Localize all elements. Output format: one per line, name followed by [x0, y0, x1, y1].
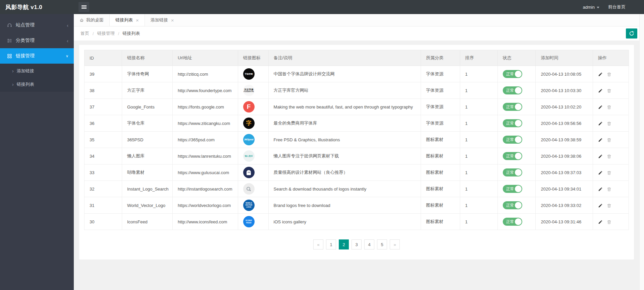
cell-name: IconsFeed: [122, 214, 172, 230]
breadcrumb-item[interactable]: 首页: [80, 30, 89, 37]
status-toggle[interactable]: 正常: [503, 119, 522, 127]
cell-note: Search & download thousands of logos ins…: [268, 181, 421, 197]
toggle-knob: [515, 87, 522, 94]
edit-button[interactable]: [598, 170, 603, 175]
toggle-knob: [515, 153, 522, 159]
status-toggle[interactable]: 正常: [503, 201, 522, 209]
edit-button[interactable]: [598, 138, 603, 142]
delete-button[interactable]: [607, 220, 611, 224]
delete-button[interactable]: [607, 170, 611, 175]
toggle-knob: [515, 120, 522, 127]
table-header-row: ID链接名称Url地址链接图标备注/说明所属分类排序状态添加时间操作: [85, 50, 629, 66]
cell-category: 图标素材: [421, 197, 460, 214]
sidebar-subitem[interactable]: ›链接列表: [0, 78, 74, 91]
delete-button[interactable]: [607, 187, 611, 192]
tab-bar: 我的桌面链接列表×添加链接×: [74, 14, 644, 26]
cell-name: Google_Fonts: [122, 99, 172, 115]
app-title: 风影导航 v1.0: [0, 3, 74, 11]
edit-button[interactable]: [598, 203, 603, 208]
delete-button[interactable]: [607, 203, 611, 208]
page-button[interactable]: 2: [339, 239, 349, 249]
cell-category: 图标素材: [421, 214, 460, 230]
breadcrumb-item[interactable]: 链接管理: [97, 30, 115, 37]
delete-button[interactable]: [607, 88, 611, 93]
breadcrumb-separator: /: [93, 31, 94, 36]
breadcrumb-separator: /: [118, 31, 119, 36]
page-prev-button[interactable]: «: [313, 239, 323, 249]
page-button[interactable]: 4: [364, 239, 374, 249]
status-toggle[interactable]: 正常: [503, 86, 522, 94]
tab-close-icon[interactable]: ×: [136, 18, 139, 23]
page-button[interactable]: 3: [352, 239, 362, 249]
page-next-button[interactable]: »: [390, 239, 400, 249]
tab-close-icon[interactable]: ×: [171, 18, 174, 23]
user-menu[interactable]: admin: [583, 5, 599, 10]
menu-toggle-button[interactable]: [78, 2, 89, 12]
tab-add-link[interactable]: 添加链接×: [145, 14, 180, 26]
cell-name: Instant_Logo_Search: [122, 181, 172, 197]
edit-button[interactable]: [598, 220, 603, 224]
scrollbar-track[interactable]: [639, 14, 644, 290]
cell-category: 图标素材: [421, 164, 460, 181]
edit-button[interactable]: [598, 105, 603, 110]
cell-note: 方正字库官方网站: [268, 82, 421, 99]
status-toggle[interactable]: 正常: [503, 152, 522, 160]
status-label: 正常: [506, 186, 514, 192]
sidebar-item-category[interactable]: 分类管理‹: [0, 33, 74, 48]
sidebar-subitem[interactable]: ›添加链接: [0, 64, 74, 78]
column-header: 操作: [593, 50, 629, 66]
status-toggle[interactable]: 正常: [503, 168, 522, 176]
edit-button[interactable]: [598, 121, 603, 126]
cell-category: 图标素材: [421, 181, 460, 197]
cell-id: 36: [85, 115, 122, 132]
cell-order: 1: [460, 82, 497, 99]
delete-button[interactable]: [607, 138, 611, 142]
page-button[interactable]: 5: [377, 239, 387, 249]
cell-name: 字体传奇网: [122, 66, 172, 82]
sidebar-item-label: 链接管理: [16, 53, 35, 59]
status-toggle[interactable]: 正常: [503, 218, 522, 226]
cell-id: 39: [85, 66, 122, 82]
table-row: 37Google_Fontshttps://fonts.google.comFM…: [85, 99, 629, 115]
delete-button[interactable]: [607, 105, 611, 110]
cell-status: 正常: [497, 66, 536, 82]
status-toggle[interactable]: 正常: [503, 103, 522, 111]
delete-button[interactable]: [607, 121, 611, 126]
delete-button[interactable]: [607, 154, 611, 159]
cell-url: http://instantlogosearch.com: [172, 181, 238, 197]
cell-name: 365PSD: [122, 132, 172, 148]
cell-actions: [593, 115, 629, 132]
cell-category: 字体资源: [421, 66, 460, 82]
status-toggle[interactable]: 正常: [503, 70, 522, 78]
tab-link-list[interactable]: 链接列表×: [109, 14, 145, 26]
edit-button[interactable]: [598, 72, 603, 77]
cell-time: 2020-04-13 09:31:46: [536, 214, 593, 230]
link-favicon: 字体传奇: [243, 68, 255, 80]
status-toggle[interactable]: 正常: [503, 185, 522, 193]
link-favicon: ICONSFEED: [243, 216, 255, 227]
cell-time: 2020-04-13 09:56:56: [536, 115, 593, 132]
status-label: 正常: [506, 88, 514, 93]
edit-button[interactable]: [598, 88, 603, 93]
chevron-left-icon: ‹: [67, 38, 68, 43]
status-label: 正常: [506, 170, 514, 175]
cell-actions: [593, 132, 629, 148]
page-button[interactable]: 1: [326, 239, 336, 249]
delete-button[interactable]: [607, 72, 611, 77]
column-header: 添加时间: [536, 50, 593, 66]
status-label: 正常: [506, 153, 514, 159]
status-toggle[interactable]: 正常: [503, 136, 522, 144]
cell-category: 图标素材: [421, 132, 460, 148]
cell-order: 1: [460, 66, 497, 82]
edit-button[interactable]: [598, 187, 603, 192]
edit-button[interactable]: [598, 154, 603, 159]
link-favicon: 字: [243, 118, 255, 129]
cell-order: 1: [460, 197, 497, 214]
sidebar-item-link[interactable]: 链接管理∨: [0, 48, 74, 64]
tab-my-desktop[interactable]: 我的桌面: [74, 14, 109, 26]
sidebar-subitem-label: 链接列表: [17, 81, 34, 87]
refresh-button[interactable]: [626, 28, 637, 39]
sidebar-item-site[interactable]: 站点管理‹: [0, 17, 74, 33]
cell-id: 38: [85, 82, 122, 99]
front-home-link[interactable]: 前台首页: [608, 4, 626, 10]
